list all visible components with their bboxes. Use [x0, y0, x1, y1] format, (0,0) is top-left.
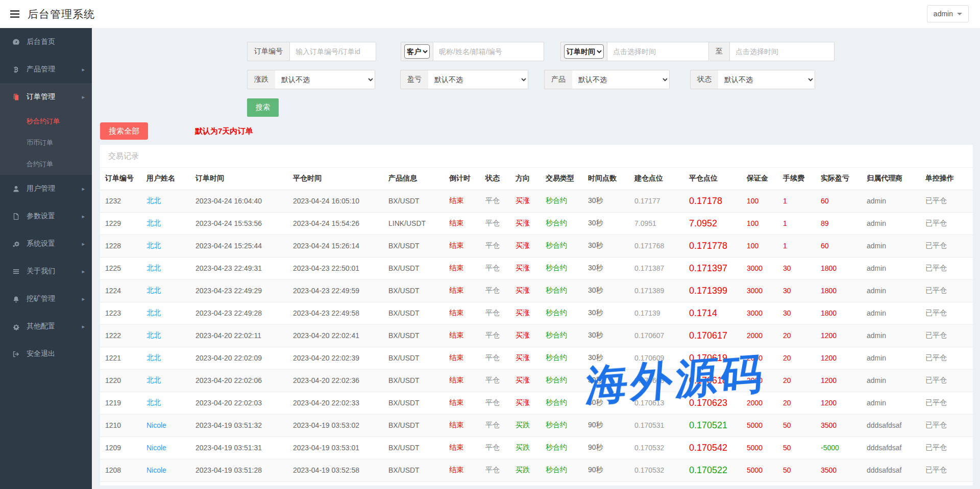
cell-direction: 买跌 [512, 459, 543, 481]
user-link[interactable]: 北北 [143, 302, 192, 324]
column-header-5: 倒计时 [446, 168, 482, 190]
cell-countdown: 结束 [446, 235, 482, 257]
sidebar-item-label: 系统设置 [27, 239, 55, 248]
gear-icon [11, 322, 20, 330]
sidebar-item-about[interactable]: 关于我们▸ [0, 258, 92, 285]
cell-trade-type: 秒合约 [543, 302, 585, 324]
column-header-6: 状态 [482, 168, 512, 190]
cell-margin: 100 [744, 190, 780, 212]
table-row: 1224北北2023-04-23 22:49:292023-04-23 22:4… [100, 279, 973, 302]
cell-profit: 3500 [818, 459, 864, 481]
cell-status: 平仓 [482, 369, 512, 392]
product-select[interactable]: 默认不选 [572, 70, 670, 89]
time-to-input[interactable] [730, 42, 835, 61]
user-link[interactable]: 北北 [143, 235, 192, 257]
user-icon [11, 185, 20, 193]
user-link[interactable]: 北北 [143, 257, 192, 279]
user-link[interactable]: 北北 [143, 369, 192, 392]
cell-control: 已平仓 [922, 235, 973, 257]
filter-area: 订单编号 客户 订单时间 至 [92, 28, 980, 117]
sidebar-item-home[interactable]: 后台首页 [0, 28, 92, 56]
sidebar-item-system[interactable]: 系统设置▸ [0, 230, 92, 258]
cell-fee: 1 [780, 235, 818, 257]
time-from-input[interactable] [607, 42, 709, 61]
user-dropdown[interactable]: admin [927, 5, 969, 22]
search-button[interactable]: 搜索 [247, 98, 279, 117]
table-row: 1232北北2023-04-24 16:04:402023-04-24 16:0… [100, 190, 973, 212]
pl-select[interactable]: 默认不选 [428, 70, 528, 89]
sidebar: 后台首页产品管理▸订单管理▸秒合约订单币币订单合约订单用户管理▸参数设置▸系统设… [0, 28, 92, 489]
user-link[interactable]: 北北 [143, 212, 192, 235]
cell-control: 已平仓 [922, 190, 973, 212]
search-all-button[interactable]: 搜索全部 [100, 122, 148, 140]
user-link[interactable]: Nicole [143, 414, 192, 436]
product-label: 产品 [544, 70, 572, 89]
cell-profit: 89 [818, 212, 864, 235]
submenu-item-contract-orders[interactable]: 合约订单 [0, 153, 92, 175]
cell-fee: 1 [780, 190, 818, 212]
cell-status: 平仓 [482, 235, 512, 257]
cell-agent: admin [864, 324, 922, 347]
bell-icon [11, 295, 20, 303]
sidebar-item-users[interactable]: 用户管理▸ [0, 175, 92, 202]
table-row: 1229北北2023-04-24 15:53:562023-04-24 15:5… [100, 212, 973, 235]
user-link[interactable]: 北北 [143, 324, 192, 347]
sidebar-item-logout[interactable]: 安全退出 [0, 340, 92, 368]
pl-group: 盈亏 默认不选 [400, 70, 528, 89]
status-select[interactable]: 默认不选 [718, 70, 815, 89]
cell-margin: 3000 [744, 279, 780, 302]
cell-fee: 20 [780, 392, 818, 414]
logout-icon [11, 350, 20, 358]
sidebar-item-mining[interactable]: 挖矿管理▸ [0, 285, 92, 313]
cell-order-id: 1224 [100, 279, 143, 302]
cell-close-time: 2023-04-23 22:49:58 [290, 302, 385, 324]
cell-open-price: 0.170613 [631, 392, 686, 414]
cell-countdown: 结束 [446, 279, 482, 302]
cell-order-id: 1219 [100, 392, 143, 414]
menu-toggle-icon[interactable] [10, 10, 19, 18]
customer-input[interactable] [433, 42, 544, 61]
table-row: 1228北北2023-04-24 15:25:442023-04-24 15:2… [100, 235, 973, 257]
sidebar-item-other[interactable]: 其他配置▸ [0, 313, 92, 340]
user-link[interactable]: Nicole [143, 459, 192, 481]
bitcoin-icon [11, 65, 20, 73]
cell-close-price: 0.171778 [686, 235, 744, 257]
cell-trade-type: 秒合约 [543, 257, 585, 279]
cell-fee: 20 [780, 324, 818, 347]
user-link[interactable]: 北北 [143, 392, 192, 414]
user-link[interactable]: Nicole [143, 436, 192, 459]
order-no-input[interactable] [289, 42, 376, 61]
submenu-item-seconds-contract-orders[interactable]: 秒合约订单 [0, 111, 92, 132]
cell-time-points: 30秒 [585, 190, 631, 212]
cell-time-points: 30秒 [585, 212, 631, 235]
sidebar-item-products[interactable]: 产品管理▸ [0, 56, 92, 83]
sidebar-item-params[interactable]: 参数设置▸ [0, 202, 92, 230]
cell-status: 平仓 [482, 324, 512, 347]
updown-group: 涨跌 默认不选 [247, 70, 375, 89]
sidebar-item-orders[interactable]: 订单管理▸ [0, 83, 92, 111]
cell-direction: 买涨 [512, 279, 543, 302]
cell-close-time: 2023-04-20 22:02:39 [290, 347, 385, 369]
cell-product: BX/USDT [385, 324, 446, 347]
user-link[interactable]: 北北 [143, 190, 192, 212]
user-link[interactable]: 北北 [143, 347, 192, 369]
cell-product: BX/USDT [385, 436, 446, 459]
cell-countdown: 结束 [446, 257, 482, 279]
time-type-select[interactable]: 订单时间 [564, 44, 604, 59]
cell-close-price: 0.170619 [686, 347, 744, 369]
cell-profit: 1200 [818, 392, 864, 414]
updown-select[interactable]: 默认不选 [275, 70, 375, 89]
top-header: 后台管理系统 admin [0, 0, 980, 28]
user-link[interactable]: 北北 [143, 279, 192, 302]
cell-close-time: 2023-04-24 15:54:26 [290, 212, 385, 235]
cell-agent: admin [864, 190, 922, 212]
status-group: 状态 默认不选 [690, 70, 815, 89]
customer-select[interactable]: 客户 [404, 44, 430, 59]
submenu-item-coin-orders[interactable]: 币币订单 [0, 132, 92, 153]
cell-fee: 1 [780, 212, 818, 235]
cell-close-time: 2023-04-19 03:53:02 [290, 414, 385, 436]
cell-time-points: 30秒 [585, 369, 631, 392]
cell-time-points: 30秒 [585, 279, 631, 302]
cell-time-points: 30秒 [585, 392, 631, 414]
customer-select-addon: 客户 [401, 42, 433, 61]
